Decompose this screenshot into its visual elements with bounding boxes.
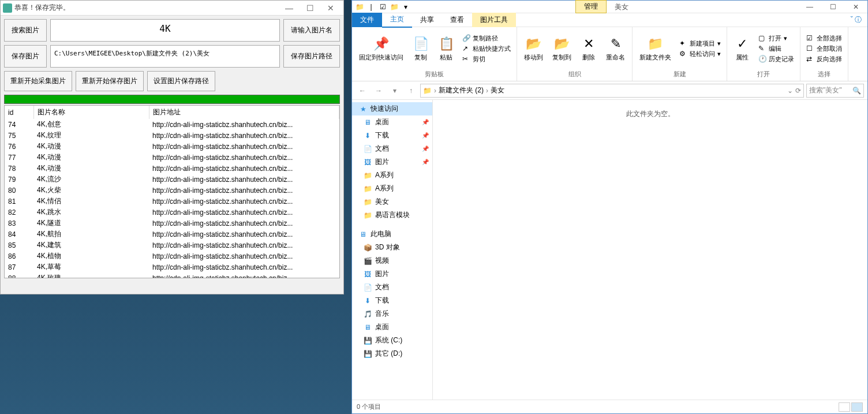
content-pane[interactable]: 此文件夹为空。: [433, 100, 867, 400]
breadcrumb-dropdown-icon[interactable]: ⌄: [787, 87, 793, 95]
ribbon-collapse-icon[interactable]: ˇ ⓘ: [845, 15, 867, 25]
nav-documents[interactable]: 📄文档📌: [352, 142, 432, 155]
path-input[interactable]: C:\Users\MEIGEE\Desktop\新建文件夹 (2)\美女: [50, 45, 280, 68]
nav-pictures[interactable]: 🖼图片: [352, 267, 432, 281]
minimize-button[interactable]: —: [798, 1, 821, 13]
breadcrumb-item[interactable]: 新建文件夹 (2): [439, 85, 484, 95]
column-header[interactable]: id: [5, 106, 33, 119]
table-row[interactable]: 844K,航拍http://cdn-ali-img-staticbz.shanh…: [5, 229, 339, 240]
cut-button[interactable]: ✂剪切: [460, 54, 513, 64]
nav-music[interactable]: 🎵音乐: [352, 307, 432, 320]
nav-folder[interactable]: 📁A系列: [352, 182, 432, 195]
nav-videos[interactable]: 🎬视频: [352, 254, 432, 267]
explorer-titlebar[interactable]: 📁 | ☑ 📁 ▾ 管理 美女 — ☐ ✕: [352, 1, 867, 13]
invert-selection-button[interactable]: ⇄反向选择: [804, 54, 844, 64]
new-folder-button[interactable]: 📁新建文件夹: [636, 35, 675, 63]
refresh-icon[interactable]: ⟳: [795, 87, 801, 95]
tab-file[interactable]: 文件: [352, 13, 382, 27]
history-button[interactable]: 🕐历史记录: [756, 54, 796, 64]
forward-button[interactable]: →: [372, 84, 386, 98]
qat-dropdown-icon[interactable]: ▾: [401, 2, 411, 12]
table-row[interactable]: 864K,植物http://cdn-ali-img-staticbz.shanh…: [5, 251, 339, 262]
pin-quick-access-button[interactable]: 📌固定到快速访问: [356, 35, 407, 63]
rename-button[interactable]: ✎重命名: [603, 35, 628, 63]
open-button[interactable]: ▢打开▾: [756, 33, 796, 43]
maximize-button[interactable]: ☐: [821, 1, 844, 13]
nav-folder[interactable]: 📁A系列: [352, 169, 432, 182]
nav-drive-d[interactable]: 💾其它 (D:): [352, 347, 432, 360]
breadcrumb-item[interactable]: 美女: [491, 85, 504, 95]
breadcrumb-sep-icon[interactable]: ›: [434, 87, 436, 95]
copy-to-button[interactable]: 📂复制到: [549, 35, 575, 63]
new-item-button[interactable]: ✦新建项目▾: [677, 39, 723, 49]
paste-shortcut-button[interactable]: ↗粘贴快捷方式: [460, 44, 513, 54]
nav-pictures[interactable]: 🖼图片📌: [352, 155, 432, 169]
tab-picture-tools[interactable]: 图片工具: [472, 13, 516, 27]
table-row[interactable]: 754K,纹理http://cdn-ali-img-staticbz.shanh…: [5, 130, 339, 141]
up-button[interactable]: ↑: [404, 84, 418, 98]
this-pc-item[interactable]: 🖥此电脑: [352, 227, 432, 241]
tiles-view-icon[interactable]: [851, 402, 863, 412]
column-header[interactable]: 图片名称: [33, 106, 149, 119]
app-titlebar[interactable]: 恭喜！保存完毕。 — ☐ ✕: [1, 1, 343, 16]
select-all-button[interactable]: ☑全部选择: [804, 33, 844, 43]
table-row[interactable]: 774K,动漫http://cdn-ali-img-staticbz.shanh…: [5, 152, 339, 163]
tab-home[interactable]: 主页: [382, 12, 412, 28]
close-button[interactable]: ✕: [320, 1, 341, 16]
nav-desktop[interactable]: 🖥桌面: [352, 320, 432, 334]
results-table[interactable]: id图片名称图片地址 744K,创意http://cdn-ali-img-sta…: [4, 105, 340, 278]
tab-view[interactable]: 查看: [442, 13, 472, 27]
save-image-button[interactable]: 保存图片: [4, 45, 47, 68]
qat-properties-icon[interactable]: ☑: [377, 2, 388, 12]
easy-access-button[interactable]: ⚙轻松访问▾: [677, 49, 723, 59]
maximize-button[interactable]: ☐: [300, 1, 320, 16]
table-row[interactable]: 824K,跳水http://cdn-ali-img-staticbz.shanh…: [5, 207, 339, 218]
table-row[interactable]: 854K,建筑http://cdn-ali-img-staticbz.shanh…: [5, 240, 339, 251]
quick-access-item[interactable]: ★快速访问: [352, 102, 432, 115]
table-row[interactable]: 744K,创意http://cdn-ali-img-staticbz.shanh…: [5, 119, 339, 130]
table-row[interactable]: 794K,流沙http://cdn-ali-img-staticbz.shanh…: [5, 174, 339, 185]
details-view-icon[interactable]: [839, 402, 850, 412]
nav-downloads[interactable]: ⬇下载: [352, 294, 432, 307]
properties-button[interactable]: ✓属性: [731, 35, 754, 63]
breadcrumb-sep-icon[interactable]: ›: [486, 87, 488, 95]
table-row[interactable]: 784K,动漫http://cdn-ali-img-staticbz.shanh…: [5, 163, 339, 174]
table-row[interactable]: 764K,动漫http://cdn-ali-img-staticbz.shanh…: [5, 141, 339, 152]
nav-folder[interactable]: 📁易语言模块: [352, 208, 432, 222]
table-row[interactable]: 814K,情侣http://cdn-ali-img-staticbz.shanh…: [5, 196, 339, 207]
close-button[interactable]: ✕: [844, 1, 867, 13]
copy-button[interactable]: 📄复制: [409, 35, 432, 63]
restart-collect-button[interactable]: 重新开始采集图片: [4, 71, 72, 91]
nav-downloads[interactable]: ⬇下载📌: [352, 129, 432, 142]
move-to-button[interactable]: 📂移动到: [521, 35, 547, 63]
back-button[interactable]: ←: [356, 84, 369, 98]
context-tab-manage[interactable]: 管理: [575, 0, 607, 13]
set-save-path-button[interactable]: 设置图片保存路径: [147, 71, 215, 91]
save-path-button[interactable]: 保存图片路径: [283, 45, 340, 68]
tab-share[interactable]: 共享: [412, 13, 442, 27]
table-row[interactable]: 874K,草莓http://cdn-ali-img-staticbz.shanh…: [5, 262, 339, 273]
table-row[interactable]: 884K,玫瑰http://cdn-ali-img-staticbz.shanh…: [5, 273, 339, 278]
nav-folder[interactable]: 📁美女: [352, 195, 432, 208]
copy-path-button[interactable]: 🔗复制路径: [460, 33, 513, 43]
search-input[interactable]: 4K: [50, 19, 280, 42]
column-header[interactable]: 图片地址: [149, 106, 339, 119]
restart-save-button[interactable]: 重新开始保存图片: [76, 71, 144, 91]
qat-folder-icon[interactable]: 📁: [389, 2, 399, 12]
recent-dropdown[interactable]: ▾: [388, 84, 402, 98]
input-name-button[interactable]: 请输入图片名: [283, 19, 340, 42]
search-input[interactable]: 搜索"美女"🔍: [806, 84, 864, 98]
navigation-pane[interactable]: ★快速访问 🖥桌面📌 ⬇下载📌 📄文档📌 🖼图片📌 📁A系列 📁A系列 📁美女 …: [352, 100, 433, 400]
select-none-button[interactable]: ☐全部取消: [804, 44, 844, 54]
table-row[interactable]: 804K,火柴http://cdn-ali-img-staticbz.shanh…: [5, 185, 339, 196]
nav-desktop[interactable]: 🖥桌面📌: [352, 115, 432, 129]
edit-button[interactable]: ✎编辑: [756, 44, 796, 54]
nav-3d-objects[interactable]: 📦3D 对象: [352, 241, 432, 254]
paste-button[interactable]: 📋粘贴: [435, 35, 458, 63]
search-image-button[interactable]: 搜索图片: [4, 19, 47, 42]
table-row[interactable]: 834K,隧道http://cdn-ali-img-staticbz.shanh…: [5, 218, 339, 229]
minimize-button[interactable]: —: [279, 1, 300, 16]
nav-drive-c[interactable]: 💾系统 (C:): [352, 334, 432, 347]
nav-documents[interactable]: 📄文档: [352, 281, 432, 294]
breadcrumb[interactable]: 📁 › 新建文件夹 (2) › 美女 ⌄ ⟳: [420, 84, 804, 98]
